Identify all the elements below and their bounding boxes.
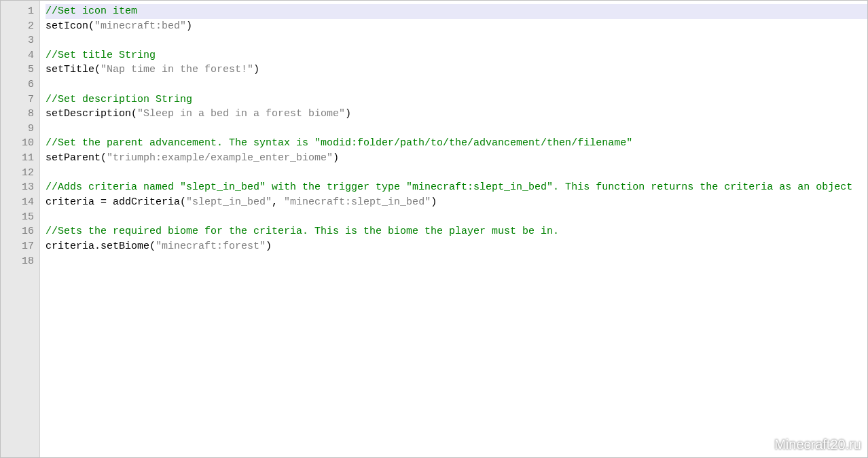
- code-text: ): [186, 20, 192, 32]
- line-number: 18: [1, 254, 34, 269]
- line-number: 15: [1, 210, 34, 225]
- comment-text: //Set title String: [46, 50, 156, 61]
- line-number: 9: [1, 122, 34, 137]
- code-text: criteria = addCriteria(: [46, 196, 186, 208]
- line-number: 3: [1, 33, 34, 48]
- code-line[interactable]: //Adds criteria named "slept_in_bed" wit…: [46, 180, 867, 195]
- line-number: 4: [1, 48, 34, 63]
- string-literal: "minecraft:slept_in_bed": [284, 196, 431, 208]
- code-area[interactable]: //Set icon itemsetIcon("minecraft:bed")/…: [40, 1, 867, 457]
- code-text: setTitle(: [46, 64, 101, 75]
- line-number: 7: [1, 92, 34, 107]
- code-text: ): [345, 108, 351, 120]
- line-number: 11: [1, 151, 34, 166]
- code-line[interactable]: setIcon("minecraft:bed"): [46, 19, 867, 34]
- code-text: ): [431, 196, 437, 208]
- code-line[interactable]: //Sets the required biome for the criter…: [46, 224, 867, 239]
- string-literal: "minecraft:forest": [156, 241, 266, 252]
- string-literal: "Sleep in a bed in a forest biome": [137, 108, 345, 120]
- code-line[interactable]: setTitle("Nap time in the forest!"): [46, 63, 867, 77]
- code-text: ): [333, 152, 339, 164]
- code-line[interactable]: [46, 209, 867, 224]
- line-number: 5: [1, 63, 34, 77]
- line-number: 14: [1, 195, 34, 210]
- code-text: setDescription(: [46, 108, 137, 120]
- code-text: setParent(: [46, 152, 107, 164]
- string-literal: "Nap time in the forest!": [101, 64, 253, 75]
- code-text: ): [253, 64, 259, 75]
- code-line[interactable]: [46, 33, 867, 48]
- code-line[interactable]: [46, 166, 867, 181]
- line-number: 6: [1, 77, 34, 92]
- code-text: ): [266, 241, 272, 252]
- line-number: 13: [1, 180, 34, 195]
- comment-text: //Set the parent advancement. The syntax…: [46, 137, 632, 149]
- code-text: setIcon(: [46, 20, 94, 32]
- code-line[interactable]: [46, 122, 867, 137]
- string-literal: "minecraft:bed": [94, 20, 186, 32]
- string-literal: "triumph:example/example_enter_biome": [107, 152, 333, 164]
- line-number-gutter: 123456789101112131415161718: [1, 1, 40, 457]
- line-number: 17: [1, 239, 34, 254]
- code-line[interactable]: setParent("triumph:example/example_enter…: [46, 151, 867, 166]
- comment-text: //Set icon item: [46, 5, 137, 17]
- code-line[interactable]: //Set description String: [46, 92, 867, 107]
- code-line[interactable]: setDescription("Sleep in a bed in a fore…: [46, 107, 867, 122]
- line-number: 8: [1, 107, 34, 122]
- line-number: 10: [1, 136, 34, 151]
- code-text: ,: [272, 196, 284, 208]
- comment-text: //Adds criteria named "slept_in_bed" wit…: [46, 181, 852, 193]
- code-editor: 123456789101112131415161718 //Set icon i…: [0, 0, 868, 458]
- code-line[interactable]: criteria.setBiome("minecraft:forest"): [46, 239, 867, 254]
- line-number: 1: [1, 4, 34, 19]
- code-line[interactable]: [46, 77, 867, 92]
- code-line[interactable]: //Set the parent advancement. The syntax…: [46, 136, 867, 151]
- code-line[interactable]: [46, 253, 867, 268]
- code-text: criteria.setBiome(: [46, 241, 156, 252]
- comment-text: //Sets the required biome for the criter…: [46, 226, 559, 237]
- line-number: 2: [1, 19, 34, 34]
- string-literal: "slept_in_bed": [186, 196, 272, 208]
- code-line[interactable]: criteria = addCriteria("slept_in_bed", "…: [46, 195, 867, 210]
- code-line[interactable]: //Set title String: [46, 48, 867, 63]
- line-number: 12: [1, 166, 34, 181]
- code-line[interactable]: //Set icon item: [46, 4, 867, 19]
- comment-text: //Set description String: [46, 94, 192, 105]
- line-number: 16: [1, 224, 34, 239]
